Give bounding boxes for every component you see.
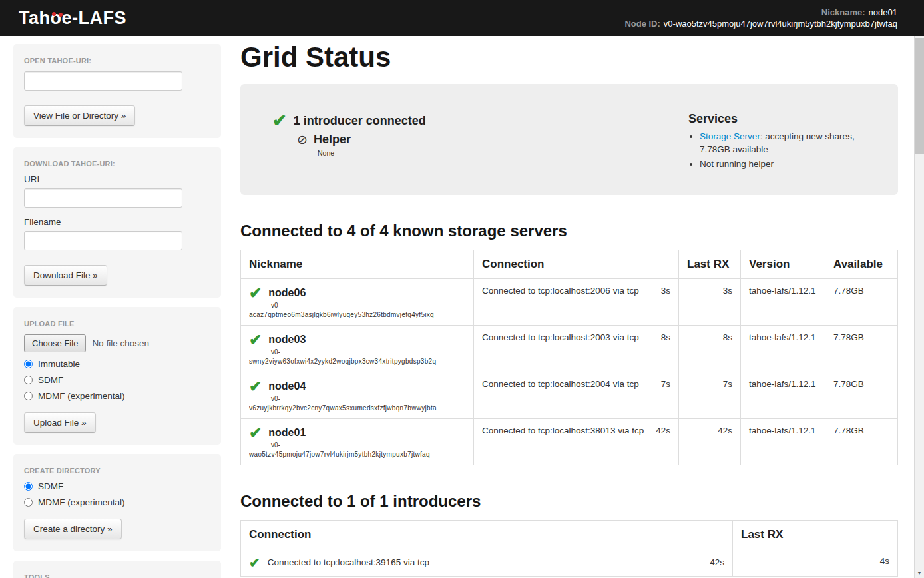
storage-header-row: Nickname Connection Last RX Version Avai… (241, 250, 898, 278)
col-version: Version (741, 250, 825, 278)
scroll-down-arrow-icon[interactable]: ▼ (915, 568, 924, 578)
upload-file-button[interactable]: Upload File » (24, 412, 96, 433)
app-logo[interactable]: Tahoe-LAFS (19, 8, 126, 29)
radio-upload-sdmf-label: SDMF (38, 375, 63, 385)
server-nickname: node06 (268, 287, 306, 299)
last-rx-value: 7s (679, 372, 741, 418)
service-helper-item: Not running helper (700, 158, 878, 171)
check-icon: ✔ (249, 332, 262, 348)
server-id-prefix: v0- (271, 302, 465, 309)
node-id-value: v0-wao5tzv45pmoju47jow7rvl4ukirjm5ytbh2k… (664, 19, 897, 29)
radio-dir-sdmf[interactable]: SDMF (24, 481, 210, 491)
version-value: tahoe-lafs/1.12.1 (741, 372, 825, 418)
view-file-button[interactable]: View File or Directory » (24, 105, 135, 126)
download-filename-input[interactable] (24, 231, 182, 250)
file-picker: Choose File No file chosen (24, 334, 210, 352)
server-id-hash: swny2viyw63ofxwi4x2yykd2woqjbpx3cw34xtri… (249, 358, 465, 365)
radio-upload-sdmf[interactable]: SDMF (24, 375, 210, 385)
col-nickname: Nickname (241, 250, 474, 278)
server-nickname: node03 (268, 334, 306, 346)
radio-immutable-label: Immutable (38, 359, 80, 369)
check-icon: ✔ (249, 556, 260, 569)
connection-text: Connected to tcp:localhost:38013 via tcp (482, 426, 644, 435)
server-id-hash: v6zuyjkbrrkqy2bvc2cny7qwax5sxumedsxfzfjw… (249, 404, 465, 412)
storage-server-row: ✔node01 v0- wao5tzv45pmoju47jow7rvl4ukir… (241, 418, 898, 465)
radio-dir-mdmf-label: MDMF (experimental) (38, 497, 125, 507)
check-icon: ✔ (249, 426, 262, 441)
uri-field-label: URI (24, 174, 210, 184)
app-logo-text: Tahoe-LAFS (19, 8, 126, 28)
server-id-hash: acaz7qptmeo6m3asjlgkb6iwlyuqey53hz26tbdm… (249, 311, 465, 318)
helper-value: None (318, 149, 688, 157)
radio-dir-sdmf-label: SDMF (38, 481, 63, 491)
last-rx-value: 42s (679, 418, 741, 465)
available-value: 7.78GB (825, 325, 898, 372)
radio-dir-sdmf-input[interactable] (24, 482, 33, 491)
services-list: Storage Server: accepting new shares, 7.… (688, 130, 878, 171)
server-id-prefix: v0- (271, 395, 465, 402)
check-icon: ✔ (249, 286, 262, 301)
helper-title: Helper (314, 133, 351, 146)
service-storage-item: Storage Server: accepting new shares, 7.… (700, 130, 878, 156)
last-rx-value: 3s (679, 278, 741, 325)
col-last-rx: Last RX (733, 520, 898, 549)
connection-text: Connected to tcp:localhost:2006 via tcp (482, 286, 639, 296)
status-summary-well: ✔ 1 introducer connected ⊘ Helper None S… (240, 84, 898, 195)
no-file-chosen-text: No file chosen (92, 338, 149, 348)
open-uri-input[interactable] (24, 71, 182, 91)
download-uri-input[interactable] (24, 188, 182, 208)
nickname-value: node01 (869, 7, 897, 17)
choose-file-button[interactable]: Choose File (24, 334, 86, 352)
server-id-prefix: v0- (271, 441, 465, 449)
col-connection: Connection (241, 520, 733, 549)
radio-dir-mdmf[interactable]: MDMF (experimental) (24, 497, 210, 507)
col-last-rx: Last RX (679, 250, 741, 278)
not-running-helper-text: Not running helper (700, 159, 774, 169)
nickname-label: Nickname: (821, 7, 865, 17)
radio-upload-mdmf[interactable]: MDMF (experimental) (24, 391, 210, 401)
introducer-row: ✔Connected to tcp:localhost:39165 via tc… (241, 549, 898, 576)
scrollbar-thumb[interactable] (915, 38, 924, 154)
filename-field-label: Filename (24, 217, 210, 227)
vertical-scrollbar[interactable]: ▼ (914, 0, 924, 578)
connection-age: 42s (710, 557, 724, 567)
introducer-status-text: 1 introducer connected (294, 114, 426, 128)
tools-panel: TOOLS Recent and Active Operations (13, 561, 221, 578)
connection-age: 7s (661, 379, 670, 389)
top-navbar: Tahoe-LAFS Nickname:node01 Node ID:v0-wa… (0, 0, 924, 36)
download-file-button[interactable]: Download File » (24, 265, 107, 286)
open-uri-label: OPEN TAHOE-URI: (24, 57, 210, 65)
storage-servers-table: Nickname Connection Last RX Version Avai… (240, 250, 898, 465)
radio-immutable-input[interactable] (24, 360, 33, 368)
connection-age: 8s (661, 332, 670, 342)
no-helper-icon: ⊘ (297, 132, 308, 147)
create-directory-button[interactable]: Create a directory » (24, 519, 122, 539)
col-available: Available (825, 250, 898, 278)
storage-server-row: ✔node04 v0- v6zuyjkbrrkqy2bvc2cny7qwax5s… (241, 372, 898, 418)
last-rx-value: 4s (733, 549, 898, 576)
available-value: 7.78GB (825, 278, 898, 325)
connection-text: Connected to tcp:localhost:2004 via tcp (482, 379, 639, 389)
radio-upload-sdmf-input[interactable] (24, 376, 33, 384)
connection-age: 42s (656, 426, 670, 435)
radio-upload-mdmf-input[interactable] (24, 392, 33, 400)
node-id-label: Node ID: (624, 19, 660, 29)
version-value: tahoe-lafs/1.12.1 (741, 278, 825, 325)
storage-server-row: ✔node03 v0- swny2viyw63ofxwi4x2yykd2woqj… (241, 325, 898, 372)
last-rx-value: 8s (679, 325, 741, 372)
storage-server-row: ✔node06 v0- acaz7qptmeo6m3asjlgkb6iwlyuq… (241, 278, 898, 325)
upload-file-label: UPLOAD FILE (24, 320, 210, 328)
radio-dir-mdmf-input[interactable] (24, 498, 33, 507)
check-icon: ✔ (272, 112, 287, 129)
server-id-hash: wao5tzv45pmoju47jow7rvl4ukirjm5ytbh2kjty… (249, 451, 465, 458)
radio-upload-mdmf-label: MDMF (experimental) (38, 391, 125, 401)
storage-server-link[interactable]: Storage Server (700, 131, 760, 141)
services-block: Services Storage Server: accepting new s… (688, 112, 878, 173)
node-info: Nickname:node01 Node ID:v0-wao5tzv45pmoj… (624, 7, 897, 29)
sidebar: OPEN TAHOE-URI: View File or Directory »… (13, 44, 221, 578)
nickname-line: Nickname:node01 (624, 7, 897, 18)
radio-immutable[interactable]: Immutable (24, 359, 210, 369)
create-directory-label: CREATE DIRECTORY (24, 467, 210, 475)
open-uri-panel: OPEN TAHOE-URI: View File or Directory » (13, 44, 221, 138)
server-nickname: node04 (268, 380, 306, 392)
